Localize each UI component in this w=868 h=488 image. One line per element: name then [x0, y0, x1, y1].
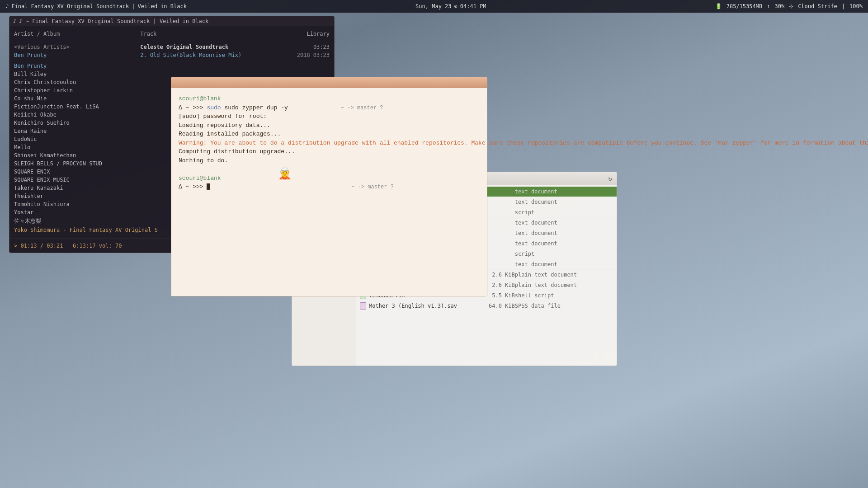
term-line-reading: Reading installed packages...	[179, 130, 480, 139]
anime-character: 🧝	[278, 167, 292, 182]
term-nav1: ~ -> master ?	[341, 105, 383, 111]
term-line-user2: scouri@blank	[179, 174, 480, 183]
col-artist-album: Artist / Album	[14, 31, 140, 37]
topbar-time: 04:41 PM	[460, 3, 486, 9]
topbar: ♪ Final Fantasy XV Original Soundtrack |…	[0, 0, 868, 13]
topbar-left: ♪ Final Fantasy XV Original Soundtrack |…	[5, 3, 187, 9]
memory-usage: 785/15354MB	[726, 3, 762, 9]
file-icon	[360, 302, 366, 310]
file-type: plain text document	[515, 282, 612, 288]
term-line-sudo: [sudo] password for root:	[179, 112, 480, 121]
file-type: script	[515, 251, 612, 257]
terminal-content: scouri@blank ∆ ~ >>> sudo sudo zypper du…	[171, 88, 487, 296]
term-line-nothing: Nothing to do.	[179, 156, 480, 165]
file-type: text document	[515, 261, 612, 267]
artist-item[interactable]: Ben Prunty	[14, 62, 330, 70]
music-note-icon: ♪	[13, 18, 16, 24]
wifi-icon: ⊹	[789, 3, 793, 9]
term-prompt1: ∆ ~ >>>	[179, 104, 203, 111]
music-titlebar: ♪ ♪ ~ Final Fantasy XV Original Soundtra…	[9, 16, 334, 26]
term-line-warning: Warning: You are about to do a distribut…	[179, 139, 480, 148]
col-track: Track	[140, 31, 266, 37]
file-type: text document	[515, 240, 612, 247]
topbar-separator: |	[132, 3, 135, 9]
term-sudo: sudo	[207, 104, 221, 111]
term-line-spacer	[179, 165, 480, 174]
clock-icon: ⊙	[454, 3, 458, 9]
terminal-titlebar	[171, 77, 487, 88]
col-library: Library	[266, 31, 330, 37]
topbar-song-subtitle: Veiled in Black	[138, 3, 187, 9]
file-type: text document	[515, 188, 612, 195]
term-cmd1: sudo zypper dup -y	[224, 104, 288, 111]
term-line-computing: Computing distribution upgrade...	[179, 147, 480, 156]
music-track-row: Ben Prunty 2. Old Site(Black Moonrise Mi…	[14, 51, 330, 59]
cpu-arrow: ↑	[767, 3, 770, 9]
file-type: text document	[515, 220, 612, 226]
file-size: 64.0 KiB	[466, 303, 515, 309]
file-type: script	[515, 209, 612, 216]
term-line-user1: scouri@blank	[179, 94, 480, 103]
music-title: ♪ ~ Final Fantasy XV Original Soundtrack…	[19, 18, 208, 24]
battery-icon: 🔋	[715, 3, 722, 9]
music-table-header: Artist / Album Track Library	[14, 31, 330, 40]
term-warning-text: Warning: You are about to do a distribut…	[179, 140, 868, 146]
track-artist: Ben Prunty	[14, 52, 140, 58]
album-duration: 03:23	[266, 44, 330, 50]
track-name: 2. Old Site(Black Moonrise Mix)	[140, 52, 266, 58]
topbar-song-title: Final Fantasy XV Original Soundtrack	[11, 3, 129, 9]
album-name: Celeste Original Soundtrack	[140, 44, 266, 50]
file-type: plain text document	[515, 272, 612, 278]
file-type: text document	[515, 199, 612, 205]
term-line-cmd1: ∆ ~ >>> sudo sudo zypper dup -y ~ -> mas…	[179, 103, 480, 113]
music-album-row: <Various Artists> Celeste Original Sound…	[14, 43, 330, 51]
topbar-center: Sun, May 23 ⊙ 04:41 PM	[415, 3, 486, 9]
term-line-loading: Loading repository data...	[179, 121, 480, 130]
hostname: Cloud Strife	[798, 3, 837, 9]
battery-pct: 100%	[849, 3, 863, 9]
current-song-status: > 01:13 / 03:21 - 6:13:17 vol: 70	[14, 243, 122, 249]
file-type: SPSS data file	[515, 303, 612, 309]
term-user2: scouri@blank	[179, 175, 221, 182]
term-cursor: _	[207, 183, 210, 190]
refresh-icon[interactable]: ↻	[609, 175, 612, 182]
term-prompt2: ∆ ~ >>>	[179, 183, 203, 190]
file-name: Mother 3 (English v1.3).sav	[369, 303, 466, 309]
cpu-usage: 30%	[774, 3, 784, 9]
topbar-date: Sun, May 23	[415, 3, 451, 9]
term-nav2: ~ -> master ?	[351, 184, 394, 190]
album-artist: <Various Artists>	[14, 44, 140, 50]
term-line-cmd2: ∆ ~ >>> _ ~ -> master ?	[179, 183, 480, 192]
topbar-right: 🔋 785/15354MB ↑ 30% ⊹ Cloud Strife | 100…	[715, 3, 863, 9]
terminal-window: scouri@blank ∆ ~ >>> sudo sudo zypper du…	[171, 77, 487, 296]
topbar-right-sep: |	[842, 3, 845, 9]
file-type: shell script	[515, 292, 612, 299]
term-user1: scouri@blank	[179, 95, 221, 102]
file-type: text document	[515, 230, 612, 236]
track-duration: 2018 03:23	[266, 52, 330, 58]
fm-file-row[interactable]: Mother 3 (English v1.3).sav64.0 KiBSPSS …	[355, 301, 617, 311]
music-icon: ♪	[5, 3, 9, 9]
